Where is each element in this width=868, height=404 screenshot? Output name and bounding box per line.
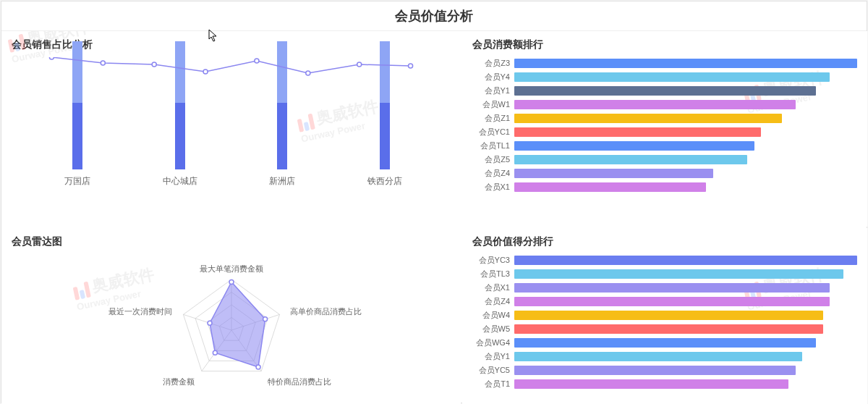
combo-column[interactable]: 铁西分店 bbox=[333, 41, 436, 188]
rank-label: 会员Z1 bbox=[472, 113, 514, 124]
rank-bar bbox=[514, 59, 857, 68]
radar-axis-label: 高单价商品消费占比 bbox=[290, 306, 362, 317]
combo-column[interactable]: 中心城店 bbox=[129, 41, 231, 188]
combo-category-label: 铁西分店 bbox=[367, 175, 402, 188]
rank-label: 会员YC5 bbox=[472, 365, 514, 376]
rank-label: 会员Z3 bbox=[472, 58, 514, 69]
rank-row[interactable]: 会员YC5 bbox=[472, 364, 857, 376]
combo-category-label: 新洲店 bbox=[269, 175, 295, 188]
rank-label: 会员W4 bbox=[472, 310, 514, 321]
combo-chart[interactable]: 万国店中心城店新洲店铁西分店 bbox=[26, 57, 436, 209]
svg-point-14 bbox=[263, 317, 267, 321]
rank-label: 会员TL1 bbox=[472, 140, 514, 151]
radar-chart[interactable]: 最大单笔消费金额高单价商品消费占比特价商品消费占比消费金额最近一次消费时间 bbox=[12, 254, 451, 399]
rank-label: 会员Y1 bbox=[472, 351, 514, 362]
rank-label: 会员X1 bbox=[472, 282, 514, 293]
rank-bar bbox=[514, 169, 713, 178]
rank-row[interactable]: 会员T1 bbox=[472, 378, 857, 390]
rank-row[interactable]: 会员W5 bbox=[472, 323, 857, 335]
rank-bar bbox=[514, 311, 823, 320]
page-title: 会员价值分析 bbox=[1, 1, 867, 31]
rank-label: 会员Z5 bbox=[472, 154, 514, 165]
svg-point-13 bbox=[229, 280, 234, 285]
svg-point-17 bbox=[208, 321, 212, 325]
rank-label: 会员Z4 bbox=[472, 168, 514, 179]
rank-row[interactable]: 会员Z3 bbox=[472, 57, 857, 70]
rank-label: 会员Y4 bbox=[472, 72, 514, 83]
rank-bar bbox=[514, 366, 796, 375]
rank-row[interactable]: 会员Z1 bbox=[472, 112, 857, 125]
hrank-value[interactable]: 会员YC3会员TL3会员X1会员Z4会员W4会员W5会员WG4会员Y1会员YC5… bbox=[472, 254, 857, 390]
rank-row[interactable]: 会员Y1 bbox=[472, 85, 857, 97]
rank-label: 会员TL3 bbox=[472, 269, 514, 279]
combo-column[interactable]: 万国店 bbox=[26, 41, 129, 188]
rank-row[interactable]: 会员WG4 bbox=[472, 337, 857, 349]
rank-row[interactable]: 会员X1 bbox=[472, 282, 857, 294]
rank-label: 会员T1 bbox=[472, 379, 514, 390]
rank-bar bbox=[514, 182, 706, 192]
rank-label: 会员Z4 bbox=[472, 296, 514, 307]
rank-bar bbox=[514, 283, 830, 293]
rank-row[interactable]: 会员X1 bbox=[472, 181, 857, 193]
rank-bar bbox=[514, 155, 747, 164]
rank-row[interactable]: 会员YC3 bbox=[472, 254, 857, 266]
rank-row[interactable]: 会员W4 bbox=[472, 309, 857, 321]
rank-label: 会员W5 bbox=[472, 324, 514, 334]
panel-sales-ratio: 奥威软件Ourway Power 奥威软件Ourway Power 会员销售占比… bbox=[1, 31, 461, 227]
rank-label: 会员Y1 bbox=[472, 85, 514, 96]
dashboard: 会员价值分析 奥威软件Ourway Power 奥威软件Ourway Power… bbox=[1, 1, 867, 403]
radar-axis-label: 消费金额 bbox=[163, 376, 195, 387]
rank-row[interactable]: 会员Z5 bbox=[472, 153, 857, 166]
svg-point-15 bbox=[256, 365, 260, 369]
rank-row[interactable]: 会员YC1 bbox=[472, 126, 857, 138]
radar-axis-label: 最大单笔消费金额 bbox=[200, 264, 263, 274]
rank-row[interactable]: 会员TL1 bbox=[472, 140, 857, 152]
rank-bar bbox=[514, 256, 857, 265]
rank-row[interactable]: 会员TL3 bbox=[472, 268, 857, 280]
rank-row[interactable]: 会员W1 bbox=[472, 98, 857, 111]
combo-column[interactable]: 新洲店 bbox=[231, 41, 334, 188]
rank-row[interactable]: 会员Y1 bbox=[472, 350, 857, 363]
rank-bar bbox=[514, 72, 830, 82]
rank-bar bbox=[514, 86, 816, 96]
rank-bar bbox=[514, 114, 782, 123]
rank-bar bbox=[514, 324, 823, 334]
rank-label: 会员W1 bbox=[472, 99, 514, 110]
rank-label: 会员WG4 bbox=[472, 337, 514, 348]
rank-bar bbox=[514, 338, 816, 348]
rank-bar bbox=[514, 100, 796, 109]
rank-row[interactable]: 会员Z4 bbox=[472, 295, 857, 308]
svg-point-16 bbox=[213, 350, 217, 355]
rank-bar bbox=[514, 379, 788, 389]
panel-value-rank: 奥威软件Ourway Power 会员价值得分排行 会员YC3会员TL3会员X1… bbox=[462, 228, 867, 404]
panel-title-consumption: 会员消费额排行 bbox=[472, 38, 857, 51]
rank-bar bbox=[514, 352, 802, 361]
rank-bar bbox=[514, 127, 761, 137]
hrank-consumption[interactable]: 会员Z3会员Y4会员Y1会员W1会员Z1会员YC1会员TL1会员Z5会员Z4会员… bbox=[472, 57, 857, 193]
combo-category-label: 中心城店 bbox=[163, 175, 197, 188]
rank-bar bbox=[514, 269, 843, 279]
panel-consumption-rank: 奥威软件Ourway Power 会员消费额排行 会员Z3会员Y4会员Y1会员W… bbox=[462, 31, 867, 227]
rank-bar bbox=[514, 141, 754, 151]
rank-row[interactable]: 会员Z4 bbox=[472, 167, 857, 180]
rank-label: 会员YC3 bbox=[472, 255, 514, 266]
radar-axis-label: 特价商品消费占比 bbox=[268, 376, 331, 387]
rank-label: 会员X1 bbox=[472, 182, 514, 193]
panel-title-radar: 会员雷达图 bbox=[12, 235, 451, 248]
radar-axis-label: 最近一次消费时间 bbox=[109, 306, 172, 317]
rank-label: 会员YC1 bbox=[472, 127, 514, 138]
combo-category-label: 万国店 bbox=[64, 175, 90, 188]
panel-title-value: 会员价值得分排行 bbox=[472, 235, 857, 248]
rank-bar bbox=[514, 297, 830, 306]
panel-radar: 奥威软件Ourway Power 会员雷达图 最大单笔消费金额高单价商品消费占比… bbox=[1, 228, 461, 404]
rank-row[interactable]: 会员Y4 bbox=[472, 71, 857, 83]
